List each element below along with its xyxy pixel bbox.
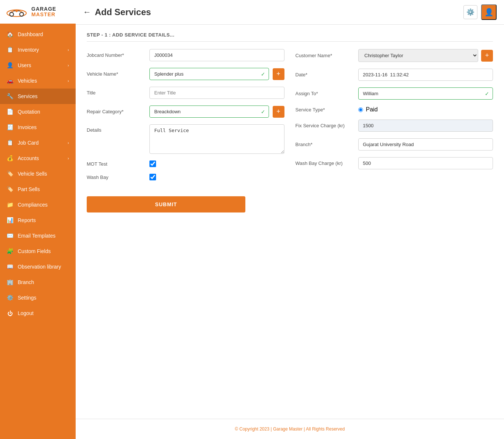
custom-fields-icon: 🧩 [7,248,13,255]
footer: © Copyright 2023 | Garage Master | All R… [76,419,504,439]
sidebar-item-email-templates[interactable]: ✉️ Email Templates [0,228,76,243]
sidebar-label-quotation: Quotation [18,109,40,115]
sidebar-label-users: Users [18,62,31,68]
wash-bay-charge-row: Wash Bay Charge (kr) [296,157,493,169]
fix-service-charge-label: Fix Service Charge (kr) [296,123,355,128]
chevron-right-icon: › [68,63,69,68]
mot-test-label: MOT Test [87,161,146,167]
sidebar-item-invoices[interactable]: 🧾 Invoices [0,120,76,135]
sidebar-item-part-sells[interactable]: 🏷️ Part Sells [0,182,76,197]
sidebar-label-settings: Settings [18,295,37,301]
wash-bay-checkbox[interactable] [149,174,156,180]
chevron-right-icon: › [68,48,69,52]
mot-test-row: MOT Test [87,160,284,167]
svg-point-3 [15,10,18,12]
date-input[interactable] [358,69,493,81]
footer-text: © Copyright 2023 | Garage Master | All R… [235,426,345,432]
back-button[interactable]: ← [83,7,91,17]
details-label: Details [87,124,146,133]
sidebar-label-branch: Branch [18,279,34,285]
logo-garage-text: GARAGE [31,6,56,12]
customer-name-select[interactable]: Christopher Taylor [358,49,479,62]
details-row: Details Full Service [87,124,284,154]
dashboard-icon: 🏠 [7,31,13,38]
branch-row: Branch* [296,138,493,151]
sidebar-item-users[interactable]: 👤 Users › [0,58,76,73]
user-avatar-icon: 👤 [484,8,494,17]
form-left-column: Jobcard Number* Vehicle Name* Splender p… [87,49,284,212]
service-type-row: Service Type* Paid [296,106,493,113]
details-textarea[interactable]: Full Service [149,124,284,154]
sidebar-item-quotation[interactable]: 📄 Quotation [0,104,76,120]
logout-icon: ⏻ [7,310,13,317]
branch-input[interactable] [358,138,493,151]
customer-add-button[interactable]: + [481,50,493,62]
sidebar-label-dashboard: Dashboard [18,31,43,37]
sidebar-item-vehicles[interactable]: 🚗 Vehicles › [0,73,76,89]
vehicle-name-select[interactable]: Splender plus [149,68,269,80]
sidebar-item-observation-library[interactable]: 📖 Observation library [0,259,76,274]
sidebar-item-inventory[interactable]: 📋 Inventory › [0,42,76,58]
sidebar-label-vehicles: Vehicles [18,78,37,84]
page-title: Add Services [95,7,151,17]
sidebar-item-logout[interactable]: ⏻ Logout [0,305,76,321]
sidebar-item-vehicle-sells[interactable]: 🏷️ Vehicle Sells [0,166,76,182]
fix-service-charge-row: Fix Service Charge (kr) [296,120,493,132]
wash-bay-charge-input[interactable] [358,157,493,169]
customer-name-select-wrap: Christopher Taylor + [358,49,493,62]
sidebar-item-compliances[interactable]: 📁 Compliances [0,197,76,212]
wash-bay-row: Wash Bay [87,174,284,180]
logo: GARAGE MASTER [0,0,76,24]
quotation-icon: 📄 [7,108,13,115]
inventory-icon: 📋 [7,46,13,53]
repair-add-button[interactable]: + [273,106,284,118]
accounts-icon: 💰 [7,155,13,162]
service-form: Jobcard Number* Vehicle Name* Splender p… [87,49,493,212]
sidebar-label-vehicle-sells: Vehicle Sells [18,171,47,177]
sidebar-label-invoices: Invoices [18,124,37,130]
vehicles-icon: 🚗 [7,77,13,84]
chevron-right-icon: › [68,156,69,160]
reports-icon: 📊 [7,217,13,224]
sidebar-navigation: 🏠 Dashboard 📋 Inventory › 👤 Users › 🚗 Ve… [0,24,76,321]
settings-gear-button[interactable]: ⚙️ [463,5,477,19]
chevron-right-icon: › [68,141,69,145]
gear-icon: ⚙️ [466,8,474,16]
submit-row: SUBMIT [87,196,284,212]
sidebar-item-jobcard[interactable]: 📋 Job Card › [0,135,76,151]
settings-icon: ⚙️ [7,294,13,301]
repair-category-label: Repair Category* [87,109,146,114]
users-icon: 👤 [7,62,13,69]
customer-name-row: Customer Name* Christopher Taylor + [296,49,493,62]
submit-button[interactable]: SUBMIT [87,196,245,212]
customer-name-label: Customer Name* [296,53,355,58]
sidebar-item-dashboard[interactable]: 🏠 Dashboard [0,27,76,42]
sidebar-item-accounts[interactable]: 💰 Accounts › [0,151,76,166]
jobcard-icon: 📋 [7,139,13,146]
sidebar-item-custom-fields[interactable]: 🧩 Custom Fields [0,243,76,259]
title-input[interactable] [149,87,284,99]
vehicle-name-select-wrap: Splender plus ✓ [149,68,269,80]
service-type-paid-label: Paid [366,106,378,113]
assign-to-select[interactable]: William [358,87,493,100]
top-bar-actions: ⚙️ 👤 [463,4,497,20]
jobcard-number-input[interactable] [149,49,284,61]
sidebar-item-branch[interactable]: 🏢 Branch [0,274,76,290]
user-profile-button[interactable]: 👤 [481,4,497,20]
repair-category-select[interactable]: Breackdown [149,106,269,118]
sidebar-item-settings[interactable]: ⚙️ Settings [0,290,76,305]
fix-service-charge-input[interactable] [358,120,493,132]
compliances-icon: 📁 [7,201,13,208]
sidebar-item-reports[interactable]: 📊 Reports [0,212,76,228]
top-bar: ← Add Services ⚙️ 👤 [76,0,504,25]
sidebar-item-services[interactable]: 🔧 Services [0,89,76,104]
mot-test-checkbox[interactable] [149,160,156,167]
branch-label: Branch* [296,142,355,147]
date-row: Date* [296,69,493,81]
invoices-icon: 🧾 [7,124,13,131]
vehicle-add-button[interactable]: + [273,68,284,80]
sidebar-label-jobcard: Job Card [18,140,39,146]
service-type-paid-radio[interactable] [358,107,363,112]
part-sells-icon: 🏷️ [7,186,13,193]
sidebar-label-part-sells: Part Sells [18,186,40,192]
